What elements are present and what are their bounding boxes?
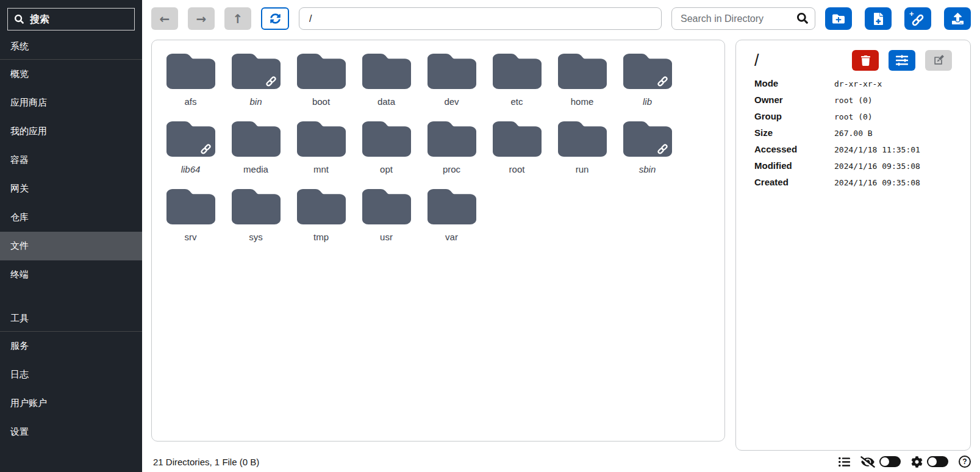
folder-icon (297, 189, 346, 224)
back-arrow-icon: ← (160, 12, 170, 26)
edit-button[interactable] (925, 50, 952, 71)
delete-button[interactable] (852, 50, 879, 71)
folder-item-media[interactable]: media (223, 116, 288, 184)
folder-item-usr[interactable]: usr (354, 184, 419, 252)
search-icon (797, 13, 808, 24)
path-input[interactable] (299, 7, 662, 30)
folder-icon (166, 54, 215, 89)
edit-icon (932, 54, 945, 66)
new-link-button[interactable]: + (904, 7, 931, 30)
detail-row-size: Size267.00 B (754, 127, 952, 138)
folder-item-mnt[interactable]: mnt (288, 116, 354, 184)
sidebar-item-user-accounts[interactable]: 用户账户 (0, 389, 142, 418)
folder-icon (166, 189, 215, 224)
folder-item-root[interactable]: root (484, 116, 549, 184)
hidden-files-control (860, 456, 901, 468)
sidebar-item-settings[interactable]: 设置 (0, 418, 142, 446)
folder-item-srv[interactable]: srv (158, 184, 223, 252)
folder-item-opt[interactable]: opt (354, 116, 419, 184)
forward-button[interactable]: → (188, 7, 215, 30)
folder-label: bin (249, 96, 262, 107)
status-icons: ? (839, 456, 971, 468)
sidebar-item-overview[interactable]: 概览 (0, 60, 142, 88)
search-icon (15, 15, 24, 24)
folder-item-run[interactable]: run (549, 116, 615, 184)
help-glyph: ? (962, 457, 967, 466)
sidebar-item-app-store[interactable]: 应用商店 (0, 88, 142, 117)
folder-item-var[interactable]: var (419, 184, 484, 252)
folder-item-proc[interactable]: proc (419, 116, 484, 184)
toggle-knob (881, 457, 889, 466)
folder-label: var (445, 232, 458, 242)
plus-glyph: + (909, 10, 914, 18)
detail-row-modified: Modified2024/1/16 09:35:08 (754, 160, 952, 171)
folder-item-sys[interactable]: sys (223, 184, 288, 252)
folder-item-lib[interactable]: lib (615, 49, 680, 116)
folder-item-bin[interactable]: bin (223, 49, 288, 116)
folder-icon (427, 121, 476, 157)
sidebar-item-files[interactable]: 文件 (0, 232, 142, 260)
upload-button[interactable] (944, 7, 971, 30)
detail-value: root (0) (834, 112, 952, 121)
sidebar-section-system: 系统 (0, 30, 142, 59)
sidebar-spacer (0, 289, 142, 302)
detail-label: Group (754, 111, 834, 121)
detail-value: 2024/1/18 11:35:01 (834, 145, 952, 154)
detail-value: dr-xr-xr-x (834, 79, 952, 88)
back-button[interactable]: ← (151, 7, 178, 30)
folder-label: root (509, 164, 525, 174)
list-view-icon[interactable] (839, 456, 850, 468)
new-folder-button[interactable] (825, 7, 852, 30)
new-folder-icon (832, 13, 845, 25)
folder-item-dev[interactable]: dev (419, 49, 484, 116)
upload-icon (952, 13, 964, 24)
refresh-icon (270, 13, 281, 24)
folder-label: opt (380, 164, 393, 174)
folder-icon (232, 121, 281, 157)
folder-icon (493, 121, 542, 157)
folder-item-boot[interactable]: boot (288, 49, 354, 116)
folder-item-home[interactable]: home (549, 49, 615, 116)
sidebar-item-my-apps[interactable]: 我的应用 (0, 117, 142, 146)
folder-item-afs[interactable]: afs (158, 49, 223, 116)
hidden-files-toggle[interactable] (879, 456, 901, 467)
detail-row-mode: Modedr-xr-xr-x (754, 78, 952, 88)
folder-label: sys (249, 232, 263, 242)
folder-item-tmp[interactable]: tmp (288, 184, 354, 252)
settings-toggle[interactable] (927, 456, 948, 467)
up-button[interactable]: ↑ (224, 7, 251, 30)
details-panel: / Modedr-xr-xr-xOwnerroot (0)Grouproot (… (735, 40, 971, 451)
new-file-icon (873, 13, 884, 25)
sidebar-item-logs[interactable]: 日志 (0, 360, 142, 389)
sidebar-item-repository[interactable]: 仓库 (0, 203, 142, 232)
folder-label: srv (185, 232, 197, 242)
folder-icon (427, 189, 476, 224)
help-icon[interactable]: ? (959, 456, 971, 468)
folder-label: mnt (313, 164, 329, 174)
directory-search-input[interactable] (671, 7, 815, 30)
folder-icon (297, 54, 346, 89)
folder-icon (427, 54, 476, 89)
sidebar-item-containers[interactable]: 容器 (0, 146, 142, 174)
folder-icon (232, 189, 281, 224)
symlink-chain-icon (657, 143, 668, 155)
main-area: ← → ↑ + (142, 0, 980, 472)
properties-button[interactable] (889, 50, 915, 71)
detail-label: Mode (754, 78, 834, 88)
symlink-chain-icon (265, 76, 277, 87)
sidebar-search-input[interactable] (30, 14, 127, 25)
folder-item-sbin[interactable]: sbin (615, 116, 680, 184)
sidebar-search-box[interactable] (7, 8, 135, 30)
detail-rows: Modedr-xr-xr-xOwnerroot (0)Grouproot (0)… (754, 78, 952, 187)
folder-item-etc[interactable]: etc (484, 49, 549, 116)
folder-icon (362, 54, 411, 89)
detail-row-group: Grouproot (0) (754, 111, 952, 121)
refresh-button[interactable] (261, 7, 289, 30)
sidebar-item-services[interactable]: 服务 (0, 332, 142, 360)
folder-icon (558, 54, 607, 89)
new-file-button[interactable] (865, 7, 892, 30)
sidebar-item-gateway[interactable]: 网关 (0, 174, 142, 203)
sidebar-item-terminal[interactable]: 终端 (0, 260, 142, 289)
folder-item-data[interactable]: data (354, 49, 419, 116)
folder-item-lib64[interactable]: lib64 (158, 116, 223, 184)
